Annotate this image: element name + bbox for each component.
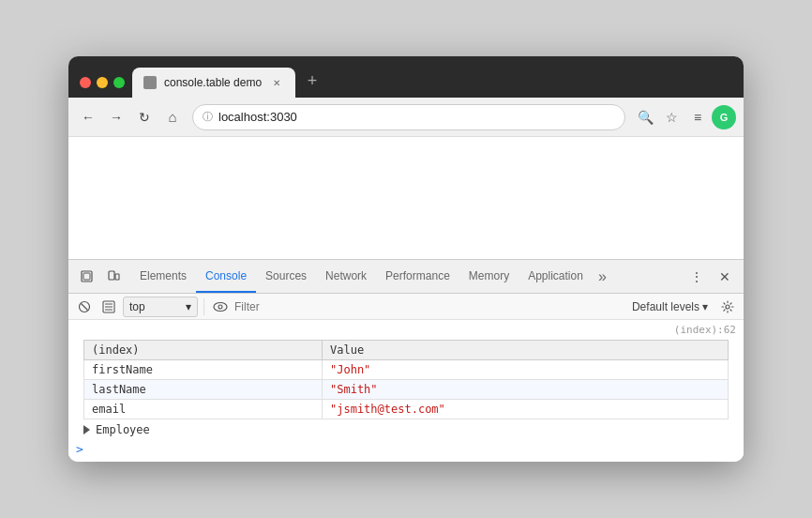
svg-rect-2 [109, 271, 114, 280]
expand-triangle-icon[interactable] [83, 425, 90, 434]
tab-application[interactable]: Application [519, 260, 593, 293]
address-bar-actions: 🔍 ☆ ≡ G [633, 105, 736, 130]
back-button[interactable]: ← [76, 105, 100, 130]
devtools-toolbar-right: ⋮ ✕ [684, 264, 738, 290]
extensions-button[interactable]: ≡ [685, 105, 710, 130]
reload-button[interactable]: ↻ [132, 105, 157, 130]
bookmark-button[interactable]: ☆ [659, 105, 684, 130]
filter-input[interactable] [234, 297, 623, 317]
url-text: localhost:3030 [218, 110, 615, 124]
browser-window: console.table demo ✕ + ← → ↻ ⌂ ⓘ localho… [68, 56, 744, 462]
context-selector[interactable]: top ▾ [123, 297, 198, 317]
tab-console[interactable]: Console [196, 260, 256, 293]
clear-console-button[interactable] [74, 297, 95, 317]
devtools-panel: Elements Console Sources Network Perform… [68, 259, 744, 462]
log-levels-button[interactable]: Default levels ▾ [626, 300, 714, 313]
table-row: email "jsmith@test.com" [84, 400, 729, 419]
forward-button[interactable]: → [104, 105, 128, 130]
table-row: firstName "John" [84, 360, 729, 380]
table-cell-value-0: "John" [323, 360, 729, 380]
console-output: (index):62 (index) Value firstName "John… [68, 320, 744, 462]
profile-button[interactable]: G [712, 105, 736, 130]
svg-point-10 [214, 302, 227, 311]
live-expressions-button[interactable] [210, 297, 231, 317]
table-cell-index-0: firstName [84, 360, 323, 380]
tab-close-button[interactable]: ✕ [269, 75, 284, 90]
table-cell-value-1: "Smith" [323, 380, 729, 400]
close-traffic-light[interactable] [80, 77, 91, 88]
console-settings-button[interactable] [717, 297, 738, 317]
table-cell-value-2: "jsmith@test.com" [323, 400, 729, 419]
table-header-index: (index) [84, 341, 323, 360]
page-content [68, 137, 744, 259]
console-filter-button[interactable] [98, 297, 119, 317]
tab-favicon [143, 76, 157, 89]
line-number: (index):62 [68, 322, 744, 338]
devtools-tabs: Elements Console Sources Network Perform… [127, 260, 684, 293]
traffic-lights [80, 77, 125, 98]
toolbar-divider [203, 298, 204, 315]
minimize-traffic-light[interactable] [97, 77, 108, 88]
new-tab-button[interactable]: + [299, 68, 325, 94]
console-table: (index) Value firstName "John" lastName … [83, 340, 729, 419]
console-employee-row[interactable]: Employee [68, 421, 744, 438]
table-cell-index-2: email [84, 400, 323, 419]
svg-rect-1 [83, 273, 90, 280]
svg-point-11 [218, 305, 222, 309]
devtools-close-button[interactable]: ✕ [712, 264, 738, 290]
device-toolbar-button[interactable] [100, 264, 127, 290]
tab-sources[interactable]: Sources [256, 260, 316, 293]
tab-network[interactable]: Network [316, 260, 376, 293]
lock-icon: ⓘ [203, 110, 213, 124]
tabs-area: console.table demo ✕ + [132, 56, 732, 98]
tab-memory[interactable]: Memory [459, 260, 519, 293]
address-bar: ← → ↻ ⌂ ⓘ localhost:3030 🔍 ☆ ≡ G [68, 98, 744, 137]
employee-label: Employee [96, 423, 150, 436]
tab-title: console.table demo [164, 76, 262, 89]
table-header-value: Value [323, 341, 729, 360]
svg-rect-3 [115, 274, 119, 280]
home-button[interactable]: ⌂ [160, 105, 185, 130]
tab-elements[interactable]: Elements [130, 260, 196, 293]
context-dropdown-icon: ▾ [186, 300, 191, 313]
browser-tab-active[interactable]: console.table demo ✕ [132, 68, 295, 98]
search-button[interactable]: 🔍 [633, 105, 657, 130]
svg-line-5 [82, 303, 88, 310]
inspect-element-button[interactable] [74, 264, 100, 290]
url-bar[interactable]: ⓘ localhost:3030 [192, 104, 625, 130]
devtools-kebab-menu[interactable]: ⋮ [684, 264, 710, 290]
console-prompt[interactable]: > [68, 438, 744, 460]
devtools-toolbar: Elements Console Sources Network Perform… [68, 260, 744, 294]
more-tabs-button[interactable]: » [593, 260, 612, 293]
maximize-traffic-light[interactable] [113, 77, 125, 88]
title-bar: console.table demo ✕ + [68, 56, 744, 98]
console-toolbar: top ▾ Default levels ▾ [68, 294, 744, 320]
table-row: lastName "Smith" [84, 380, 729, 400]
svg-point-12 [726, 305, 729, 309]
table-cell-index-1: lastName [84, 380, 323, 400]
tab-performance[interactable]: Performance [376, 260, 459, 293]
